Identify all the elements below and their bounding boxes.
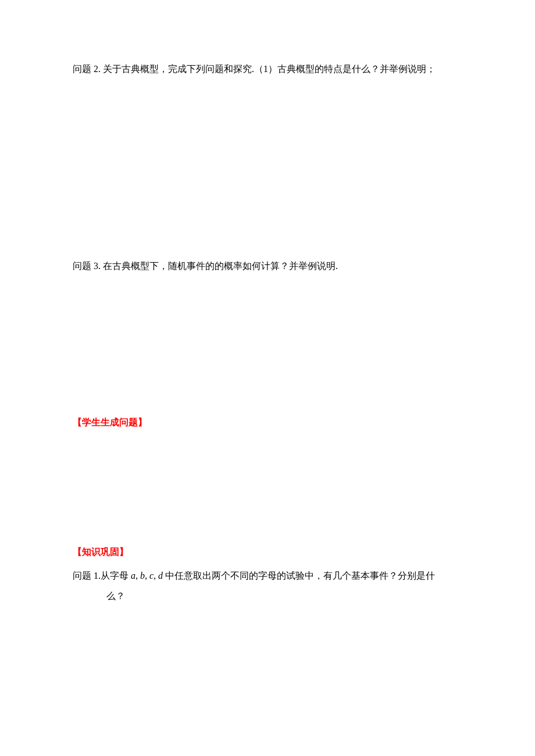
consolidation-question-1: 问题 1.从字母 a, b, c, d 中任意取出两个不同的字母的试验中，有几个…: [73, 565, 462, 606]
question-3-text: 问题 3. 在古典概型下，随机事件的的概率如何计算？并举例说明.: [73, 261, 338, 271]
q1-text1: 从字母: [101, 571, 131, 581]
q1-prefix: 问题 1.: [73, 571, 101, 581]
consolidation-q1-line1: 问题 1.从字母 a, b, c, d 中任意取出两个不同的字母的试验中，有几个…: [73, 565, 462, 586]
consolidation-q1-line2: 么？: [73, 586, 462, 606]
q1-variables: a, b, c, d: [131, 571, 165, 581]
question-2-text: 问题 2. 关于古典概型，完成下列问题和探究.（1）古典概型的特点是什么？并举例…: [73, 64, 436, 74]
section-knowledge-consolidation-label: 【知识巩固】: [73, 547, 129, 557]
section-student-generated-label: 【学生生成问题】: [73, 417, 147, 427]
q1-text2: 中任意取出两个不同的字母的试验中，有几个基本事件？分别是什: [165, 571, 435, 581]
question-2: 问题 2. 关于古典概型，完成下列问题和探究.（1）古典概型的特点是什么？并举例…: [73, 61, 462, 78]
question-3: 问题 3. 在古典概型下，随机事件的的概率如何计算？并举例说明.: [73, 258, 462, 275]
section-student-generated: 【学生生成问题】: [73, 414, 462, 431]
section-knowledge-consolidation: 【知识巩固】: [73, 544, 462, 561]
